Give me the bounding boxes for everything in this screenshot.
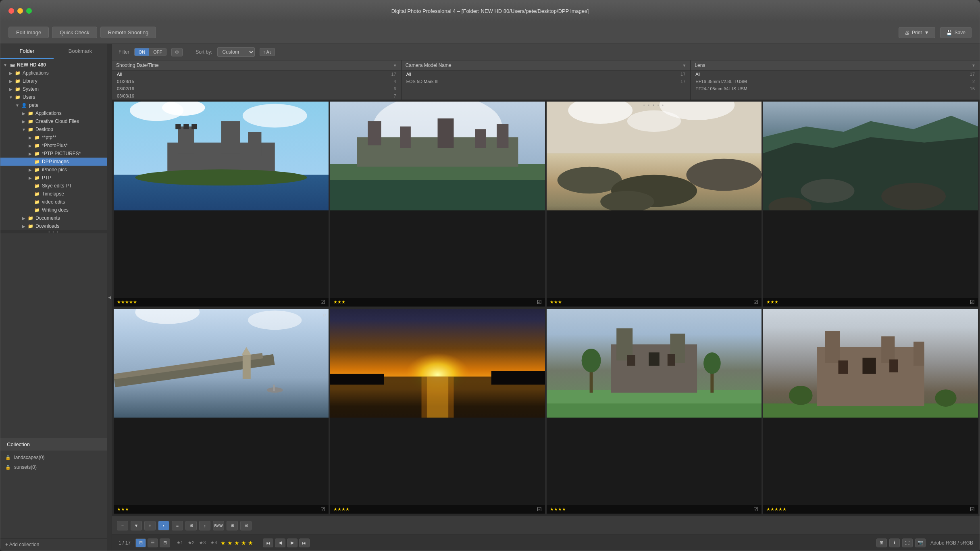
tree-item-skye[interactable]: 📁 Skye edits PT [0, 182, 107, 190]
add-check-button[interactable]: + [144, 521, 156, 530]
zoom-out-button[interactable]: − [117, 521, 128, 530]
add-collection-button[interactable]: + Add collection [0, 538, 107, 551]
filter-option-lens2[interactable]: EF24-105mm f/4L IS USM 15 [691, 85, 980, 92]
folder-icon: 📁 [34, 200, 40, 204]
sort-direction-button[interactable]: ↑ A↓ [260, 48, 275, 56]
tree-item-dpp-images[interactable]: 📁 DPP images [0, 158, 107, 166]
filter-option-camera-eos[interactable]: EOS 5D Mark III 17 [402, 78, 691, 85]
filter-off-button[interactable]: OFF [149, 48, 166, 56]
rating-star-d[interactable]: ★ [248, 540, 253, 546]
nav-last-button[interactable]: ⏭ [299, 539, 310, 547]
nav-first-button[interactable]: ⏮ [263, 539, 273, 547]
filmstrip-view-btn[interactable]: ⊟ [160, 539, 170, 547]
filter-option-all-camera[interactable]: All 17 [402, 71, 691, 78]
filter-option-date1[interactable]: 01/28/15 4 [112, 78, 401, 85]
tree-item-video-edits[interactable]: 📁 video edits [0, 198, 107, 206]
tree-item-desktop[interactable]: ▼ 📁 Desktop [0, 125, 107, 133]
grid-view-button[interactable]: ▪ [158, 521, 169, 530]
tree-item-documents[interactable]: ▶ 📁 Documents [0, 214, 107, 222]
nav-next-button[interactable]: ▶ [287, 539, 298, 547]
image-cell-2[interactable]: ★★★ ☑ [330, 102, 545, 307]
filter-settings-button[interactable]: ⚙ [171, 48, 183, 56]
compare-button[interactable]: ⊞ [876, 539, 887, 547]
sidebar-collapse-handle[interactable]: ◀ [107, 44, 112, 551]
image-cell-8[interactable]: ★★★★★ ☑ [763, 309, 978, 514]
sort-button[interactable]: ↕ [199, 521, 210, 530]
tree-item-creative-cloud[interactable]: ▶ 📁 Creative Cloud Files [0, 117, 107, 125]
filter-option-lens1[interactable]: EF16-35mm f/2.8L II USM 2 [691, 78, 980, 85]
close-button[interactable] [8, 8, 14, 14]
tree-item-users[interactable]: ▼ 📁 Users [0, 93, 107, 101]
detail-view-button[interactable]: ⊞ [185, 521, 197, 530]
list-view-btn[interactable]: ☰ [148, 539, 158, 547]
rating-5-btn[interactable]: ★ [221, 540, 226, 546]
sidebar-resize-handle[interactable]: • • • [0, 230, 107, 233]
rating-star-a[interactable]: ★ [227, 540, 233, 546]
fullscreen-button[interactable]: ⛶ [902, 539, 913, 547]
tree-item-ptp2[interactable]: ▶ 📁 **ptp** [0, 133, 107, 141]
remote-shooting-button[interactable]: Remote Shooting [100, 27, 156, 38]
filter-option-date2[interactable]: 03/02/16 6 [112, 85, 401, 92]
tree-item-hdd[interactable]: ▼ 🖴 NEW HD 480 [0, 61, 107, 69]
collection-tab[interactable]: Collection [0, 438, 107, 451]
filter-col-date-header[interactable]: Shooting Date/Time ▼ [112, 60, 401, 71]
tree-item-library[interactable]: ▶ 📁 Library [0, 77, 107, 85]
tree-label-pete: pete [29, 102, 38, 108]
tree-item-pete[interactable]: ▼ 👤 pete [0, 101, 107, 109]
tree-item-writing-docs[interactable]: 📁 Writing docs [0, 206, 107, 214]
tab-bookmark[interactable]: Bookmark [54, 44, 107, 59]
image-cell-7[interactable]: ★★★★ ☑ [547, 309, 762, 514]
tree-item-iphone-pics[interactable]: ▶ 📁 iPhone pics [0, 166, 107, 174]
grid-4-button[interactable]: ⊞ [227, 521, 238, 530]
info-button[interactable]: ℹ [889, 539, 900, 547]
maximize-button[interactable] [26, 8, 32, 14]
tree-item-ptp-pictures[interactable]: ▶ 📁 *PTP PICTURES* [0, 150, 107, 158]
grid-8-button[interactable]: ⊟ [240, 521, 252, 530]
edit-image-button[interactable]: Edit Image [8, 27, 49, 38]
sort-select[interactable]: Custom Date File Name [217, 47, 255, 57]
save-button[interactable]: 💾 Save [940, 27, 972, 38]
tree-label-library: Library [23, 78, 37, 84]
filter-col-camera-header[interactable]: Camera Model Name ▼ [402, 60, 691, 71]
raw-button[interactable]: RAW [213, 521, 224, 530]
filter-on-button[interactable]: ON [135, 48, 150, 56]
check-mark-4: ☑ [970, 299, 975, 305]
tree-item-applications[interactable]: ▶ 📁 Applications [0, 69, 107, 77]
camera-button[interactable]: 📷 [915, 539, 926, 547]
rating-star-b[interactable]: ★ [234, 540, 239, 546]
star-rating-3: ★★★ [550, 299, 562, 305]
quick-check-button[interactable]: Quick Check [52, 27, 97, 38]
right-panel: Filter ON OFF ⚙ Sort by: Custom Date Fil… [112, 44, 980, 551]
rating-3-btn[interactable]: ★3 [198, 539, 207, 546]
filter-option-all-date[interactable]: All 17 [112, 71, 401, 78]
minimize-button[interactable] [17, 8, 23, 14]
tree-item-system[interactable]: ▶ 📁 System [0, 85, 107, 93]
filter-col-lens-header[interactable]: Lens ▼ [691, 60, 980, 71]
image-cell-5[interactable]: ⌕ [114, 309, 329, 514]
tree-item-timelapse[interactable]: 📁 Timelapse [0, 190, 107, 198]
rating-2-btn[interactable]: ★2 [186, 539, 196, 546]
image-cell-4[interactable]: ★★★ ☑ [763, 102, 978, 307]
rating-1-btn[interactable]: ★1 [175, 539, 185, 546]
image-cell-6[interactable]: ★★★★ ☑ [330, 309, 545, 514]
collection-item-sunsets[interactable]: 🔒 sunsets(0) [0, 462, 107, 472]
list-view-button[interactable]: ≡ [172, 521, 183, 530]
rating-star-c[interactable]: ★ [241, 540, 246, 546]
tree-item-applications-sub[interactable]: ▶ 📁 Applications [0, 109, 107, 117]
tree-label-photoplus: *PhotoPlus* [42, 143, 68, 148]
thumbnail-view-btn[interactable]: ⊞ [135, 539, 146, 547]
rating-4-btn[interactable]: ★4 [209, 539, 218, 546]
collection-item-landscapes[interactable]: 🔒 landscapes(0) [0, 453, 107, 462]
print-button[interactable]: 🖨 Print ▼ [899, 27, 935, 38]
nav-prev-button[interactable]: ◀ [275, 539, 285, 547]
image-cell-3[interactable]: • • • • • [547, 102, 762, 307]
image-cell-1[interactable]: ★★★★★ ☑ [114, 102, 329, 307]
tree-item-ptp[interactable]: ▶ 📁 PTP [0, 174, 107, 182]
label-button[interactable]: ▼ [131, 521, 142, 530]
tree-label-dpp-images: DPP images [42, 159, 69, 164]
tree-item-downloads[interactable]: ▶ 📁 Downloads [0, 222, 107, 230]
filter-option-all-lens[interactable]: All 17 [691, 71, 980, 78]
tab-folder[interactable]: Folder [0, 44, 54, 59]
filter-option-date3[interactable]: 03/03/16 7 [112, 92, 401, 100]
tree-item-photoplus[interactable]: ▶ 📁 *PhotoPlus* [0, 141, 107, 150]
